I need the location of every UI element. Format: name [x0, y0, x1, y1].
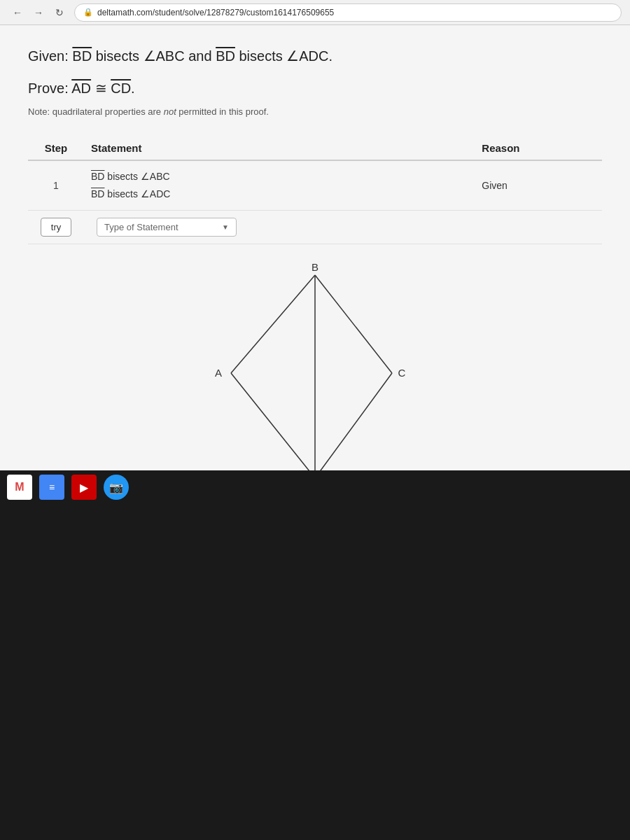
kite-diagram: B A C D [203, 261, 427, 499]
prove-period: . [131, 80, 135, 96]
reason-cell: Given [475, 160, 602, 211]
line-ad [231, 373, 315, 478]
given-text2: bisects [235, 48, 286, 64]
bd-overline-1: BD [91, 171, 104, 182]
line-ba [231, 275, 315, 373]
bd-overline-2: BD [91, 188, 104, 200]
camera-icon[interactable]: 📷 [104, 475, 129, 500]
given-period: . [329, 48, 333, 64]
given-statement: Given: BD bisects ∠ABC and BD bisects ∠A… [28, 46, 602, 66]
note-end: permitted in this proof. [176, 106, 269, 117]
back-button[interactable]: ← [8, 4, 27, 22]
prove-statement: Prove: AD ≅ CD. [28, 78, 602, 98]
try-row: try Type of Statement ▼ [28, 211, 602, 244]
note-prefix: Note: quadrilateral properties are [28, 106, 164, 117]
diagram-container: B A C D [28, 261, 602, 499]
prove-ad: AD [71, 80, 91, 96]
docs-icon[interactable]: ≡ [39, 475, 64, 500]
line-bc [315, 275, 392, 373]
table-header-row: Step Statement Reason [28, 136, 602, 160]
table-row: 1 BD bisects ∠ABC BD bisects ∠ADC Given [28, 160, 602, 211]
given-angle2: ∠ADC [286, 48, 328, 64]
given-and: and [185, 48, 216, 64]
prove-congruent: ≅ [91, 80, 111, 96]
reload-button[interactable]: ↻ [50, 4, 69, 22]
nav-buttons: ← → ↻ [8, 4, 69, 22]
col-statement: Statement [84, 136, 475, 160]
step-number: 1 [28, 160, 84, 211]
forward-button[interactable]: → [29, 4, 48, 22]
given-angle1: ∠ABC [144, 48, 185, 64]
gmail-label: M [15, 481, 24, 493]
dropdown-arrow-icon: ▼ [222, 223, 229, 231]
camera-label: 📷 [109, 481, 123, 494]
statement-line-2: BD bisects ∠ADC [91, 186, 468, 203]
statement-line-1: BD bisects ∠ABC [91, 168, 468, 186]
type-placeholder: Type of Statement [104, 222, 178, 232]
label-b: B [312, 261, 318, 273]
play-icon[interactable]: ▶ [71, 475, 97, 500]
dark-area [0, 504, 630, 840]
type-statement-cell: Type of Statement ▼ [84, 211, 475, 244]
col-reason: Reason [475, 136, 602, 160]
prove-cd: CD [111, 80, 131, 96]
play-label: ▶ [80, 481, 88, 494]
browser-bar: ← → ↻ 🔒 deltamath.com/student/solve/1287… [0, 0, 630, 25]
note-italic: not [164, 106, 176, 117]
proof-table: Step Statement Reason 1 BD bisects ∠ABC … [28, 136, 602, 244]
line-cd [315, 373, 392, 478]
type-of-statement-dropdown[interactable]: Type of Statement ▼ [97, 218, 237, 237]
given-bd2: BD [216, 48, 235, 64]
given-prefix: Given: [28, 48, 72, 64]
prove-prefix: Prove: [28, 80, 71, 96]
try-cell: try [28, 211, 84, 244]
url-text: deltamath.com/student/solve/12878279/cus… [97, 8, 334, 18]
main-content: Given: BD bisects ∠ABC and BD bisects ∠A… [0, 25, 630, 529]
lock-icon: 🔒 [83, 8, 93, 17]
note-text: Note: quadrilateral properties are not p… [28, 106, 602, 117]
empty-reason-cell [475, 211, 602, 244]
gmail-icon[interactable]: M [7, 475, 32, 500]
statement-cell: BD bisects ∠ABC BD bisects ∠ADC [84, 160, 475, 211]
address-bar[interactable]: 🔒 deltamath.com/student/solve/12878279/c… [74, 4, 622, 22]
col-step: Step [28, 136, 84, 160]
label-a: A [215, 367, 222, 379]
taskbar: M ≡ ▶ 📷 [0, 470, 630, 504]
docs-label: ≡ [49, 482, 55, 493]
given-text1: bisects [92, 48, 143, 64]
try-button[interactable]: try [41, 218, 71, 237]
label-c: C [398, 367, 406, 379]
given-bd1: BD [72, 48, 92, 64]
